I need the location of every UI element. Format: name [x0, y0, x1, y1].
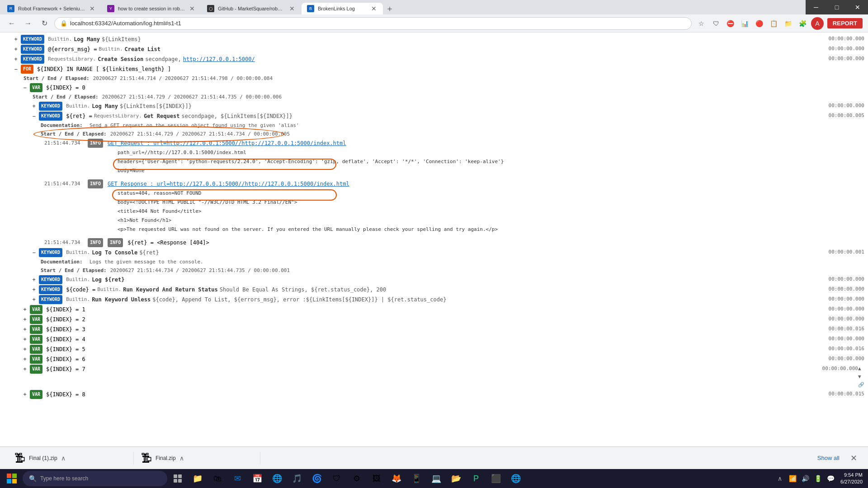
- report-button[interactable]: REPORT: [827, 18, 863, 28]
- expand-icon[interactable]: +: [22, 366, 28, 372]
- chrome-taskbar[interactable]: 🌐: [268, 469, 287, 488]
- tab-2[interactable]: Y how to create session in robotfra... ✕: [102, 3, 201, 14]
- extension-6-icon[interactable]: 📁: [782, 17, 795, 30]
- tab-close-3[interactable]: ✕: [288, 5, 296, 12]
- search-bar[interactable]: 🔍 Type here to search: [23, 471, 167, 486]
- log-row: + KEYWORD Builtin.Log Many ${LinkItems} …: [0, 34, 868, 44]
- expand-icon[interactable]: +: [31, 277, 37, 283]
- minimize-button[interactable]: ─: [806, 0, 826, 14]
- detail-row: body=None: [0, 166, 868, 175]
- expand-icon[interactable]: +: [22, 316, 28, 323]
- expand-icon[interactable]: +: [13, 46, 19, 52]
- kw-args: @{errors_msg} =: [48, 45, 97, 53]
- kw-args: ${code} =: [66, 286, 95, 294]
- new-tab-button[interactable]: ＋: [383, 3, 396, 14]
- show-all-button[interactable]: Show all: [810, 455, 847, 461]
- expand-icon[interactable]: +: [22, 326, 28, 333]
- forward-button[interactable]: →: [22, 17, 34, 30]
- info-badge-2: INFO: [88, 179, 103, 188]
- expand-icon[interactable]: +: [22, 306, 28, 313]
- firefox-taskbar[interactable]: 🦊: [387, 469, 406, 488]
- extension-5-icon[interactable]: 📋: [768, 17, 780, 30]
- pycharm-taskbar[interactable]: P: [467, 469, 486, 488]
- collapse-icon[interactable]: −: [22, 84, 28, 91]
- tab-close-1[interactable]: ✕: [89, 5, 96, 12]
- photos-taskbar[interactable]: 🖼: [367, 469, 386, 488]
- detail-row: path_url=//http://127.0.0.1:5000/index.h…: [0, 148, 868, 157]
- task-view-button[interactable]: [168, 469, 187, 488]
- meta-value-3: 20200627 21:51:44.734 / 20200627 21:51:4…: [110, 267, 290, 274]
- expand-icon[interactable]: +: [22, 391, 28, 398]
- detail-row: headers={'User-Agent': 'python-requests/…: [0, 157, 868, 166]
- maximize-button[interactable]: □: [826, 0, 847, 14]
- tab-3[interactable]: ⬡ GitHub - MarketSquare/robotfra... ✕: [202, 3, 301, 14]
- volume-icon[interactable]: 🔊: [800, 473, 811, 484]
- row-time: 00:00:00.000: [823, 305, 864, 313]
- download-chevron-2[interactable]: ∧: [179, 455, 184, 462]
- files-taskbar[interactable]: 📂: [447, 469, 466, 488]
- scroll-up-icon[interactable]: ▲: [858, 365, 864, 373]
- kw-link[interactable]: http://127.0.0.1:5000/: [183, 55, 255, 63]
- expand-icon[interactable]: +: [13, 56, 19, 62]
- back-button[interactable]: ←: [5, 17, 18, 30]
- collapse-icon[interactable]: −: [31, 113, 37, 119]
- extension-2-icon[interactable]: ⛔: [724, 17, 737, 30]
- chevron-systray[interactable]: ∧: [774, 473, 785, 484]
- calendar-taskbar[interactable]: 📅: [248, 469, 267, 488]
- terminal-taskbar[interactable]: ⬛: [486, 469, 505, 488]
- close-button[interactable]: ✕: [847, 0, 868, 14]
- var-badge: VAR: [30, 83, 42, 92]
- doc-row-2: Documentation: Logs the given message to…: [0, 258, 868, 266]
- meta-value: 20200627 21:51:44.729 / 20200627 21:51:4…: [110, 130, 290, 138]
- settings-taskbar[interactable]: ⚙: [347, 469, 366, 488]
- download-bar-close[interactable]: ✕: [847, 453, 861, 463]
- row-time: 00:00:00.015: [823, 390, 864, 398]
- network-icon[interactable]: 📶: [787, 473, 798, 484]
- address-bar[interactable]: 🔒 localhost:63342/Automation/log.html#s1…: [54, 17, 692, 30]
- music-taskbar[interactable]: 🎵: [288, 469, 307, 488]
- taskbar-clock[interactable]: 9:54 PM 6/27/2020: [840, 472, 866, 486]
- expand-icon[interactable]: +: [22, 346, 28, 352]
- nav-bar: ← → ↻ 🔒 localhost:63342/Automation/log.h…: [0, 14, 868, 33]
- extensions-button[interactable]: 🧩: [797, 17, 809, 30]
- tab-close-4[interactable]: ✕: [370, 5, 377, 12]
- info-time: 21:51:44.734: [44, 139, 85, 147]
- tab-close-2[interactable]: ✕: [189, 5, 196, 12]
- profile-icon[interactable]: A: [811, 17, 824, 30]
- phone-taskbar[interactable]: 📱: [407, 469, 426, 488]
- log-row: − VAR ${INDEX} = 0: [0, 83, 868, 93]
- detail-row: <h1>Not Found</h1>: [0, 216, 868, 225]
- extension-3-icon[interactable]: 📊: [739, 17, 751, 30]
- expand-icon[interactable]: +: [22, 336, 28, 343]
- security-taskbar[interactable]: 🛡: [327, 469, 346, 488]
- scroll-down-icon[interactable]: ▼: [858, 373, 864, 381]
- expand-icon[interactable]: +: [22, 356, 28, 362]
- start-button[interactable]: [2, 469, 22, 488]
- bookmark-icon[interactable]: ☆: [695, 17, 708, 30]
- battery-icon[interactable]: 🔋: [812, 473, 823, 484]
- edge-taskbar[interactable]: 🌀: [307, 469, 326, 488]
- link-icon[interactable]: 🔗: [858, 381, 864, 389]
- collapse-icon[interactable]: −: [31, 249, 37, 256]
- keyword-badge: KEYWORD: [39, 285, 62, 294]
- chrome2-taskbar[interactable]: 🌐: [506, 469, 525, 488]
- extension-1-icon[interactable]: 🛡: [710, 17, 722, 30]
- store-taskbar[interactable]: 🛍: [208, 469, 227, 488]
- file-explorer-taskbar[interactable]: 📁: [188, 469, 207, 488]
- notification-icon[interactable]: 💬: [825, 473, 836, 484]
- mail-taskbar[interactable]: ✉: [228, 469, 247, 488]
- collapse-icon[interactable]: −: [13, 66, 19, 72]
- tab-4[interactable]: B BrokenLinks Log ✕: [302, 3, 383, 14]
- expand-icon[interactable]: +: [31, 286, 37, 293]
- reload-button[interactable]: ↻: [38, 17, 51, 30]
- tab-1[interactable]: R Robot Framework + Selenium W... ✕: [2, 3, 101, 14]
- expand-icon[interactable]: +: [31, 103, 37, 109]
- extension-4-icon[interactable]: 🔴: [753, 17, 766, 30]
- var-badge: VAR: [30, 315, 42, 324]
- download-zip-icon-2: 🗜: [141, 452, 152, 465]
- ide-taskbar[interactable]: 💻: [427, 469, 446, 488]
- clock-date: 6/27/2020: [840, 479, 863, 485]
- expand-icon[interactable]: +: [31, 296, 37, 303]
- download-chevron-1[interactable]: ∧: [61, 455, 66, 462]
- expand-icon[interactable]: +: [13, 36, 19, 42]
